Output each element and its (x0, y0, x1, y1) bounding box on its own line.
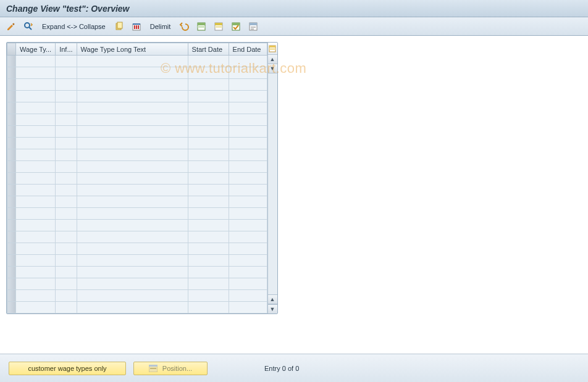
cell-start-date[interactable] (188, 173, 229, 185)
cell-wage-type[interactable] (16, 56, 56, 67)
cell-end-date[interactable] (229, 67, 267, 79)
row-selector-cell[interactable] (7, 56, 16, 67)
cell-wage-type[interactable] (16, 138, 56, 149)
cell-end-date[interactable] (229, 114, 267, 126)
cell-wage-type[interactable] (16, 114, 56, 126)
table-settings-button[interactable] (268, 43, 277, 55)
cell-wage-type[interactable] (16, 185, 56, 196)
row-selector-cell[interactable] (7, 196, 16, 208)
table-row[interactable] (7, 196, 267, 208)
cell-infotype[interactable] (56, 149, 77, 161)
table-row[interactable] (7, 114, 267, 126)
row-selector-cell[interactable] (7, 79, 16, 91)
row-selector-cell[interactable] (7, 67, 16, 79)
row-selector-cell[interactable] (7, 290, 16, 302)
cell-end-date[interactable] (229, 255, 267, 267)
table-row[interactable] (7, 79, 267, 91)
cell-wage-type[interactable] (16, 161, 56, 173)
column-wage-type[interactable]: Wage Ty... (16, 43, 56, 56)
cell-start-date[interactable] (188, 126, 229, 138)
cell-wage-type[interactable] (16, 231, 56, 243)
cell-start-date[interactable] (188, 161, 229, 173)
table-row[interactable] (7, 208, 267, 220)
cell-wage-type[interactable] (16, 149, 56, 161)
cell-long-text[interactable] (77, 185, 188, 196)
undo-button[interactable] (177, 20, 191, 33)
row-selector-cell[interactable] (7, 255, 16, 267)
cell-start-date[interactable] (188, 278, 229, 290)
cell-long-text[interactable] (77, 243, 188, 255)
row-selector-header[interactable] (7, 43, 16, 56)
cell-wage-type[interactable] (16, 126, 56, 138)
cell-long-text[interactable] (77, 208, 188, 220)
cell-long-text[interactable] (77, 79, 188, 91)
cell-long-text[interactable] (77, 149, 188, 161)
cell-start-date[interactable] (188, 138, 229, 149)
cell-wage-type[interactable] (16, 67, 56, 79)
cell-start-date[interactable] (188, 196, 229, 208)
row-selector-cell[interactable] (7, 149, 16, 161)
cell-end-date[interactable] (229, 290, 267, 302)
cell-infotype[interactable] (56, 208, 77, 220)
cell-infotype[interactable] (56, 102, 77, 114)
cell-end-date[interactable] (229, 208, 267, 220)
cell-long-text[interactable] (77, 302, 188, 313)
row-selector-cell[interactable] (7, 302, 16, 313)
row-selector-cell[interactable] (7, 161, 16, 173)
row-selector-cell[interactable] (7, 231, 16, 243)
row-selector-cell[interactable] (7, 126, 16, 138)
cell-wage-type[interactable] (16, 290, 56, 302)
cell-end-date[interactable] (229, 278, 267, 290)
cell-wage-type[interactable] (16, 102, 56, 114)
cell-infotype[interactable] (56, 114, 77, 126)
position-button[interactable]: Position... (133, 362, 208, 375)
scroll-down-end-button[interactable]: ▼ (268, 304, 277, 313)
cell-long-text[interactable] (77, 278, 188, 290)
cell-long-text[interactable] (77, 196, 188, 208)
table-row[interactable] (7, 267, 267, 278)
cell-infotype[interactable] (56, 255, 77, 267)
column-infotype[interactable]: Inf... (56, 43, 77, 56)
table-row[interactable] (7, 231, 267, 243)
cell-start-date[interactable] (188, 208, 229, 220)
cell-long-text[interactable] (77, 267, 188, 278)
cell-long-text[interactable] (77, 126, 188, 138)
expand-collapse-button[interactable]: Expand <-> Collapse (38, 20, 109, 33)
row-selector-cell[interactable] (7, 208, 16, 220)
cell-wage-type[interactable] (16, 302, 56, 313)
row-selector-cell[interactable] (7, 185, 16, 196)
customer-wage-types-button[interactable]: customer wage types only (9, 362, 126, 375)
row-selector-cell[interactable] (7, 102, 16, 114)
cell-end-date[interactable] (229, 243, 267, 255)
cell-end-date[interactable] (229, 196, 267, 208)
cell-start-date[interactable] (188, 91, 229, 102)
cell-long-text[interactable] (77, 138, 188, 149)
table-row[interactable] (7, 255, 267, 267)
column-long-text[interactable]: Wage Type Long Text (77, 43, 188, 56)
cell-long-text[interactable] (77, 220, 188, 231)
deselect-all-button[interactable] (229, 20, 243, 33)
table-row[interactable] (7, 220, 267, 231)
cell-start-date[interactable] (188, 255, 229, 267)
cell-infotype[interactable] (56, 267, 77, 278)
cell-start-date[interactable] (188, 290, 229, 302)
cell-infotype[interactable] (56, 173, 77, 185)
cell-infotype[interactable] (56, 138, 77, 149)
row-selector-cell[interactable] (7, 243, 16, 255)
delimit-button[interactable]: Delimit (146, 20, 175, 33)
alv-grid[interactable]: Wage Ty... Inf... Wage Type Long Text St… (7, 43, 267, 313)
table-row[interactable] (7, 161, 267, 173)
cell-infotype[interactable] (56, 302, 77, 313)
table-row[interactable] (7, 126, 267, 138)
cell-wage-type[interactable] (16, 243, 56, 255)
cell-end-date[interactable] (229, 302, 267, 313)
table-row[interactable] (7, 243, 267, 255)
cell-long-text[interactable] (77, 173, 188, 185)
select-all-button[interactable] (194, 20, 209, 33)
row-selector-cell[interactable] (7, 278, 16, 290)
cell-end-date[interactable] (229, 56, 267, 67)
cell-end-date[interactable] (229, 91, 267, 102)
cell-infotype[interactable] (56, 161, 77, 173)
cell-infotype[interactable] (56, 67, 77, 79)
scroll-up-end-button[interactable]: ▲ (268, 295, 277, 304)
